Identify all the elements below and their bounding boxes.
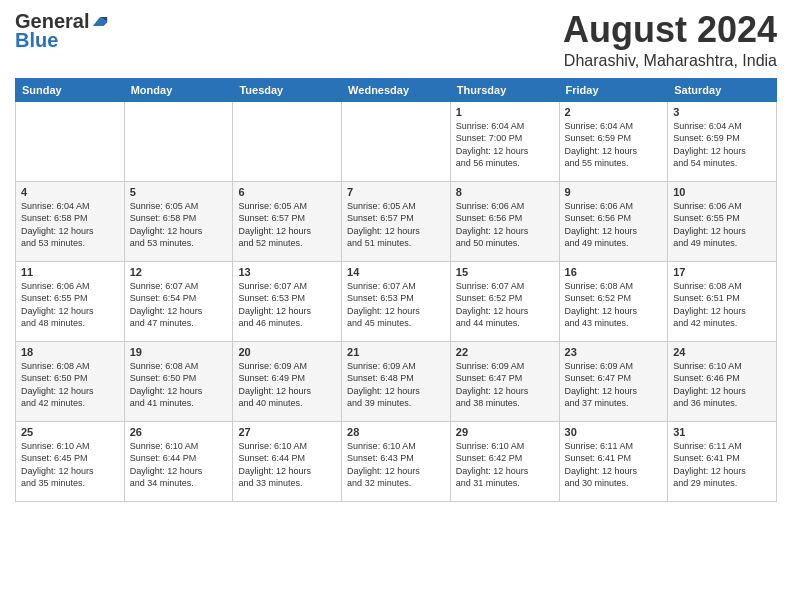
week-row-4: 25Sunrise: 6:10 AM Sunset: 6:45 PM Dayli… <box>16 421 777 501</box>
cell-3-5: 23Sunrise: 6:09 AM Sunset: 6:47 PM Dayli… <box>559 341 668 421</box>
day-number: 27 <box>238 426 336 438</box>
day-info: Sunrise: 6:04 AM Sunset: 6:59 PM Dayligh… <box>673 120 771 170</box>
day-number: 25 <box>21 426 119 438</box>
day-number: 14 <box>347 266 445 278</box>
cell-4-1: 26Sunrise: 6:10 AM Sunset: 6:44 PM Dayli… <box>124 421 233 501</box>
day-info: Sunrise: 6:11 AM Sunset: 6:41 PM Dayligh… <box>565 440 663 490</box>
day-info: Sunrise: 6:06 AM Sunset: 6:56 PM Dayligh… <box>565 200 663 250</box>
cell-2-6: 17Sunrise: 6:08 AM Sunset: 6:51 PM Dayli… <box>668 261 777 341</box>
cell-1-6: 10Sunrise: 6:06 AM Sunset: 6:55 PM Dayli… <box>668 181 777 261</box>
day-number: 22 <box>456 346 554 358</box>
week-row-2: 11Sunrise: 6:06 AM Sunset: 6:55 PM Dayli… <box>16 261 777 341</box>
day-info: Sunrise: 6:05 AM Sunset: 6:58 PM Dayligh… <box>130 200 228 250</box>
title-block: August 2024 Dharashiv, Maharashtra, Indi… <box>563 10 777 70</box>
header-tuesday: Tuesday <box>233 78 342 101</box>
day-number: 18 <box>21 346 119 358</box>
cell-1-4: 8Sunrise: 6:06 AM Sunset: 6:56 PM Daylig… <box>450 181 559 261</box>
day-info: Sunrise: 6:07 AM Sunset: 6:52 PM Dayligh… <box>456 280 554 330</box>
day-number: 7 <box>347 186 445 198</box>
day-number: 31 <box>673 426 771 438</box>
day-info: Sunrise: 6:08 AM Sunset: 6:52 PM Dayligh… <box>565 280 663 330</box>
day-number: 17 <box>673 266 771 278</box>
day-info: Sunrise: 6:04 AM Sunset: 6:59 PM Dayligh… <box>565 120 663 170</box>
day-number: 9 <box>565 186 663 198</box>
day-info: Sunrise: 6:04 AM Sunset: 7:00 PM Dayligh… <box>456 120 554 170</box>
cell-2-5: 16Sunrise: 6:08 AM Sunset: 6:52 PM Dayli… <box>559 261 668 341</box>
day-info: Sunrise: 6:10 AM Sunset: 6:42 PM Dayligh… <box>456 440 554 490</box>
calendar-header-row: Sunday Monday Tuesday Wednesday Thursday… <box>16 78 777 101</box>
header: General Blue August 2024 Dharashiv, Maha… <box>15 10 777 70</box>
day-number: 24 <box>673 346 771 358</box>
day-info: Sunrise: 6:07 AM Sunset: 6:54 PM Dayligh… <box>130 280 228 330</box>
day-info: Sunrise: 6:10 AM Sunset: 6:46 PM Dayligh… <box>673 360 771 410</box>
day-info: Sunrise: 6:06 AM Sunset: 6:56 PM Dayligh… <box>456 200 554 250</box>
cell-1-3: 7Sunrise: 6:05 AM Sunset: 6:57 PM Daylig… <box>342 181 451 261</box>
header-wednesday: Wednesday <box>342 78 451 101</box>
cell-3-1: 19Sunrise: 6:08 AM Sunset: 6:50 PM Dayli… <box>124 341 233 421</box>
day-info: Sunrise: 6:06 AM Sunset: 6:55 PM Dayligh… <box>673 200 771 250</box>
day-number: 21 <box>347 346 445 358</box>
day-number: 6 <box>238 186 336 198</box>
header-saturday: Saturday <box>668 78 777 101</box>
header-friday: Friday <box>559 78 668 101</box>
week-row-0: 1Sunrise: 6:04 AM Sunset: 7:00 PM Daylig… <box>16 101 777 181</box>
day-info: Sunrise: 6:10 AM Sunset: 6:44 PM Dayligh… <box>238 440 336 490</box>
day-number: 12 <box>130 266 228 278</box>
day-number: 19 <box>130 346 228 358</box>
logo: General Blue <box>15 10 109 52</box>
sub-title: Dharashiv, Maharashtra, India <box>563 52 777 70</box>
cell-0-6: 3Sunrise: 6:04 AM Sunset: 6:59 PM Daylig… <box>668 101 777 181</box>
cell-4-0: 25Sunrise: 6:10 AM Sunset: 6:45 PM Dayli… <box>16 421 125 501</box>
day-number: 30 <box>565 426 663 438</box>
week-row-1: 4Sunrise: 6:04 AM Sunset: 6:58 PM Daylig… <box>16 181 777 261</box>
cell-1-1: 5Sunrise: 6:05 AM Sunset: 6:58 PM Daylig… <box>124 181 233 261</box>
main-title: August 2024 <box>563 10 777 50</box>
day-number: 3 <box>673 106 771 118</box>
day-info: Sunrise: 6:06 AM Sunset: 6:55 PM Dayligh… <box>21 280 119 330</box>
logo-icon <box>91 15 109 29</box>
day-info: Sunrise: 6:05 AM Sunset: 6:57 PM Dayligh… <box>238 200 336 250</box>
cell-3-2: 20Sunrise: 6:09 AM Sunset: 6:49 PM Dayli… <box>233 341 342 421</box>
day-number: 5 <box>130 186 228 198</box>
cell-3-0: 18Sunrise: 6:08 AM Sunset: 6:50 PM Dayli… <box>16 341 125 421</box>
day-number: 29 <box>456 426 554 438</box>
day-info: Sunrise: 6:10 AM Sunset: 6:43 PM Dayligh… <box>347 440 445 490</box>
cell-2-4: 15Sunrise: 6:07 AM Sunset: 6:52 PM Dayli… <box>450 261 559 341</box>
cell-3-6: 24Sunrise: 6:10 AM Sunset: 6:46 PM Dayli… <box>668 341 777 421</box>
day-number: 23 <box>565 346 663 358</box>
day-number: 1 <box>456 106 554 118</box>
cell-1-5: 9Sunrise: 6:06 AM Sunset: 6:56 PM Daylig… <box>559 181 668 261</box>
day-number: 10 <box>673 186 771 198</box>
cell-1-2: 6Sunrise: 6:05 AM Sunset: 6:57 PM Daylig… <box>233 181 342 261</box>
cell-0-1 <box>124 101 233 181</box>
cell-4-3: 28Sunrise: 6:10 AM Sunset: 6:43 PM Dayli… <box>342 421 451 501</box>
day-number: 13 <box>238 266 336 278</box>
day-info: Sunrise: 6:10 AM Sunset: 6:45 PM Dayligh… <box>21 440 119 490</box>
cell-0-4: 1Sunrise: 6:04 AM Sunset: 7:00 PM Daylig… <box>450 101 559 181</box>
cell-0-5: 2Sunrise: 6:04 AM Sunset: 6:59 PM Daylig… <box>559 101 668 181</box>
cell-2-1: 12Sunrise: 6:07 AM Sunset: 6:54 PM Dayli… <box>124 261 233 341</box>
cell-0-0 <box>16 101 125 181</box>
cell-2-3: 14Sunrise: 6:07 AM Sunset: 6:53 PM Dayli… <box>342 261 451 341</box>
cell-2-0: 11Sunrise: 6:06 AM Sunset: 6:55 PM Dayli… <box>16 261 125 341</box>
day-info: Sunrise: 6:07 AM Sunset: 6:53 PM Dayligh… <box>347 280 445 330</box>
day-info: Sunrise: 6:07 AM Sunset: 6:53 PM Dayligh… <box>238 280 336 330</box>
day-number: 26 <box>130 426 228 438</box>
day-info: Sunrise: 6:09 AM Sunset: 6:48 PM Dayligh… <box>347 360 445 410</box>
page: General Blue August 2024 Dharashiv, Maha… <box>0 0 792 512</box>
day-info: Sunrise: 6:08 AM Sunset: 6:50 PM Dayligh… <box>21 360 119 410</box>
cell-4-2: 27Sunrise: 6:10 AM Sunset: 6:44 PM Dayli… <box>233 421 342 501</box>
cell-4-6: 31Sunrise: 6:11 AM Sunset: 6:41 PM Dayli… <box>668 421 777 501</box>
cell-3-4: 22Sunrise: 6:09 AM Sunset: 6:47 PM Dayli… <box>450 341 559 421</box>
header-thursday: Thursday <box>450 78 559 101</box>
cell-3-3: 21Sunrise: 6:09 AM Sunset: 6:48 PM Dayli… <box>342 341 451 421</box>
day-number: 11 <box>21 266 119 278</box>
header-monday: Monday <box>124 78 233 101</box>
day-info: Sunrise: 6:08 AM Sunset: 6:50 PM Dayligh… <box>130 360 228 410</box>
day-info: Sunrise: 6:08 AM Sunset: 6:51 PM Dayligh… <box>673 280 771 330</box>
day-info: Sunrise: 6:09 AM Sunset: 6:47 PM Dayligh… <box>565 360 663 410</box>
day-number: 15 <box>456 266 554 278</box>
day-info: Sunrise: 6:09 AM Sunset: 6:47 PM Dayligh… <box>456 360 554 410</box>
day-info: Sunrise: 6:04 AM Sunset: 6:58 PM Dayligh… <box>21 200 119 250</box>
day-number: 20 <box>238 346 336 358</box>
